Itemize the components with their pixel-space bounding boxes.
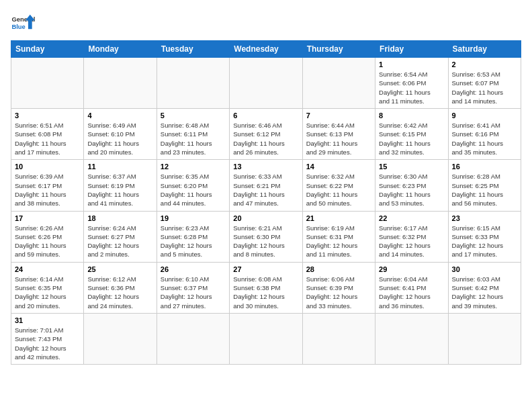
day-info: Sunrise: 6:14 AM Sunset: 6:35 PM Dayligh… (15, 275, 80, 310)
calendar-day-cell: 26Sunrise: 6:10 AM Sunset: 6:37 PM Dayli… (157, 262, 229, 313)
day-number: 12 (161, 163, 226, 171)
day-number: 23 (452, 214, 517, 222)
calendar-day-cell: 29Sunrise: 6:04 AM Sunset: 6:41 PM Dayli… (375, 262, 448, 313)
weekday-header-friday: Friday (375, 41, 448, 58)
svg-text:Blue: Blue (11, 24, 25, 30)
calendar-day-cell: 15Sunrise: 6:30 AM Sunset: 6:23 PM Dayli… (375, 160, 448, 211)
calendar-week-row: 3Sunrise: 6:51 AM Sunset: 6:08 PM Daylig… (11, 109, 521, 160)
calendar-day-cell (11, 58, 84, 109)
calendar-table: SundayMondayTuesdayWednesdayThursdayFrid… (11, 40, 521, 365)
calendar-day-cell: 27Sunrise: 6:08 AM Sunset: 6:38 PM Dayli… (230, 262, 302, 313)
calendar-day-cell: 22Sunrise: 6:17 AM Sunset: 6:32 PM Dayli… (375, 211, 448, 262)
calendar-day-cell: 3Sunrise: 6:51 AM Sunset: 6:08 PM Daylig… (11, 109, 84, 160)
calendar-day-cell: 23Sunrise: 6:15 AM Sunset: 6:33 PM Dayli… (448, 211, 521, 262)
weekday-header-tuesday: Tuesday (157, 41, 229, 58)
calendar-day-cell: 9Sunrise: 6:41 AM Sunset: 6:16 PM Daylig… (448, 109, 521, 160)
day-info: Sunrise: 6:04 AM Sunset: 6:41 PM Dayligh… (379, 275, 444, 310)
calendar-day-cell: 30Sunrise: 6:03 AM Sunset: 6:42 PM Dayli… (448, 262, 521, 313)
day-info: Sunrise: 6:42 AM Sunset: 6:15 PM Dayligh… (379, 121, 444, 156)
day-info: Sunrise: 6:15 AM Sunset: 6:33 PM Dayligh… (452, 224, 517, 259)
calendar-day-cell: 5Sunrise: 6:48 AM Sunset: 6:11 PM Daylig… (157, 109, 229, 160)
day-info: Sunrise: 6:26 AM Sunset: 6:26 PM Dayligh… (15, 224, 80, 259)
day-info: Sunrise: 6:54 AM Sunset: 6:06 PM Dayligh… (379, 70, 444, 105)
calendar-day-cell: 16Sunrise: 6:28 AM Sunset: 6:25 PM Dayli… (448, 160, 521, 211)
weekday-header-row: SundayMondayTuesdayWednesdayThursdayFrid… (11, 41, 521, 58)
calendar-day-cell: 17Sunrise: 6:26 AM Sunset: 6:26 PM Dayli… (11, 211, 84, 262)
day-info: Sunrise: 6:37 AM Sunset: 6:19 PM Dayligh… (87, 172, 152, 208)
calendar-day-cell: 31Sunrise: 7:01 AM Sunset: 7:43 PM Dayli… (11, 313, 84, 364)
day-number: 29 (379, 265, 444, 273)
weekday-header-wednesday: Wednesday (230, 41, 302, 58)
calendar-day-cell (84, 313, 157, 364)
day-number: 5 (161, 111, 226, 120)
day-number: 4 (87, 111, 152, 120)
day-info: Sunrise: 6:12 AM Sunset: 6:36 PM Dayligh… (87, 275, 152, 310)
day-info: Sunrise: 6:03 AM Sunset: 6:42 PM Dayligh… (452, 275, 517, 310)
day-info: Sunrise: 6:06 AM Sunset: 6:39 PM Dayligh… (306, 275, 371, 310)
calendar-day-cell: 24Sunrise: 6:14 AM Sunset: 6:35 PM Dayli… (11, 262, 84, 313)
day-number: 30 (452, 265, 517, 273)
day-number: 19 (161, 214, 226, 222)
page: General Blue SundayMondayTuesdayWednesda… (0, 0, 532, 371)
calendar-day-cell: 7Sunrise: 6:44 AM Sunset: 6:13 PM Daylig… (302, 109, 375, 160)
calendar-day-cell: 14Sunrise: 6:32 AM Sunset: 6:22 PM Dayli… (302, 160, 375, 211)
calendar-day-cell (302, 58, 375, 109)
day-info: Sunrise: 6:49 AM Sunset: 6:10 PM Dayligh… (87, 121, 152, 156)
weekday-header-sunday: Sunday (11, 41, 84, 58)
calendar-day-cell: 20Sunrise: 6:21 AM Sunset: 6:30 PM Dayli… (230, 211, 302, 262)
day-info: Sunrise: 7:01 AM Sunset: 7:43 PM Dayligh… (15, 326, 80, 361)
day-number: 15 (379, 163, 444, 171)
day-number: 31 (15, 316, 80, 324)
calendar-day-cell (84, 58, 157, 109)
day-info: Sunrise: 6:23 AM Sunset: 6:28 PM Dayligh… (161, 224, 226, 259)
day-number: 21 (306, 214, 371, 222)
day-number: 1 (379, 60, 444, 68)
calendar-day-cell: 28Sunrise: 6:06 AM Sunset: 6:39 PM Dayli… (302, 262, 375, 313)
calendar-day-cell: 8Sunrise: 6:42 AM Sunset: 6:15 PM Daylig… (375, 109, 448, 160)
calendar-day-cell (230, 58, 302, 109)
calendar-day-cell: 11Sunrise: 6:37 AM Sunset: 6:19 PM Dayli… (84, 160, 157, 211)
header: General Blue (11, 11, 521, 35)
day-info: Sunrise: 6:48 AM Sunset: 6:11 PM Dayligh… (161, 121, 226, 156)
calendar-day-cell (157, 58, 229, 109)
day-info: Sunrise: 6:35 AM Sunset: 6:20 PM Dayligh… (161, 172, 226, 208)
day-number: 24 (15, 265, 80, 273)
calendar-day-cell: 21Sunrise: 6:19 AM Sunset: 6:31 PM Dayli… (302, 211, 375, 262)
logo: General Blue (11, 11, 35, 35)
day-number: 11 (87, 163, 152, 171)
calendar-week-row: 1Sunrise: 6:54 AM Sunset: 6:06 PM Daylig… (11, 58, 521, 109)
day-number: 9 (452, 111, 517, 120)
day-info: Sunrise: 6:24 AM Sunset: 6:27 PM Dayligh… (87, 224, 152, 259)
day-number: 20 (233, 214, 298, 222)
weekday-header-saturday: Saturday (448, 41, 521, 58)
calendar-day-cell: 4Sunrise: 6:49 AM Sunset: 6:10 PM Daylig… (84, 109, 157, 160)
weekday-header-monday: Monday (84, 41, 157, 58)
calendar-day-cell: 10Sunrise: 6:39 AM Sunset: 6:17 PM Dayli… (11, 160, 84, 211)
calendar-day-cell: 18Sunrise: 6:24 AM Sunset: 6:27 PM Dayli… (84, 211, 157, 262)
day-number: 17 (15, 214, 80, 222)
calendar-day-cell: 25Sunrise: 6:12 AM Sunset: 6:36 PM Dayli… (84, 262, 157, 313)
day-info: Sunrise: 6:30 AM Sunset: 6:23 PM Dayligh… (379, 172, 444, 208)
day-number: 3 (15, 111, 80, 120)
day-number: 25 (87, 265, 152, 273)
calendar-week-row: 10Sunrise: 6:39 AM Sunset: 6:17 PM Dayli… (11, 160, 521, 211)
day-number: 18 (87, 214, 152, 222)
calendar-week-row: 31Sunrise: 7:01 AM Sunset: 7:43 PM Dayli… (11, 313, 521, 364)
generalblue-logo-icon: General Blue (11, 11, 35, 35)
calendar-day-cell (302, 313, 375, 364)
day-number: 10 (15, 163, 80, 171)
day-number: 8 (379, 111, 444, 120)
calendar-day-cell: 13Sunrise: 6:33 AM Sunset: 6:21 PM Dayli… (230, 160, 302, 211)
day-info: Sunrise: 6:28 AM Sunset: 6:25 PM Dayligh… (452, 172, 517, 208)
calendar-week-row: 17Sunrise: 6:26 AM Sunset: 6:26 PM Dayli… (11, 211, 521, 262)
calendar-day-cell (448, 313, 521, 364)
day-info: Sunrise: 6:19 AM Sunset: 6:31 PM Dayligh… (306, 224, 371, 259)
day-number: 14 (306, 163, 371, 171)
day-number: 27 (233, 265, 298, 273)
day-number: 22 (379, 214, 444, 222)
calendar-day-cell: 12Sunrise: 6:35 AM Sunset: 6:20 PM Dayli… (157, 160, 229, 211)
day-info: Sunrise: 6:33 AM Sunset: 6:21 PM Dayligh… (233, 172, 298, 208)
calendar-day-cell: 2Sunrise: 6:53 AM Sunset: 6:07 PM Daylig… (448, 58, 521, 109)
calendar-day-cell: 6Sunrise: 6:46 AM Sunset: 6:12 PM Daylig… (230, 109, 302, 160)
day-info: Sunrise: 6:08 AM Sunset: 6:38 PM Dayligh… (233, 275, 298, 310)
